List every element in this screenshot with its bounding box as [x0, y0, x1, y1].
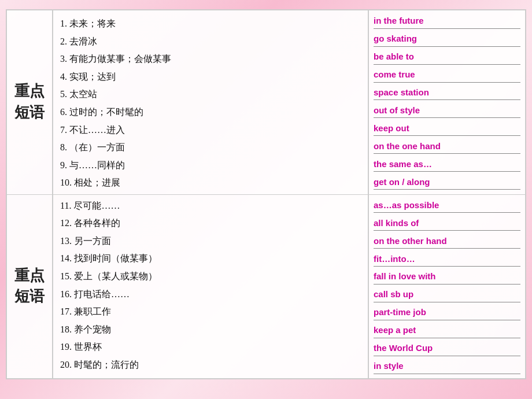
- chinese-section-2: 11. 尽可能……12. 各种各样的13. 另一方面14. 找到时间（做某事）1…: [53, 195, 368, 376]
- chinese-column: 1. 未来；将来2. 去滑冰3. 有能力做某事；会做某事4. 实现；达到5. 太…: [53, 10, 369, 378]
- chinese-item-1: 1. 未来；将来: [60, 17, 361, 31]
- chinese-item-10: 10. 相处；进展: [60, 176, 361, 190]
- english-item-19: the World Cup: [374, 342, 520, 356]
- main-content: 重点短语 重点短语 1. 未来；将来2. 去滑冰3. 有能力做某事；会做某事4.…: [6, 9, 526, 379]
- chinese-item-5: 5. 太空站: [60, 87, 361, 101]
- english-item-10: get on / along: [374, 176, 520, 190]
- chinese-item-12: 12. 各种各样的: [60, 216, 361, 230]
- english-item-14: fit…into…: [374, 253, 520, 267]
- label-text-1: 重点短语: [14, 81, 45, 123]
- english-item-3: be able to: [374, 50, 520, 65]
- english-column: in the futurego skatingbe able tocome tr…: [369, 10, 525, 378]
- chinese-item-20: 20. 时髦的；流行的: [60, 358, 361, 372]
- english-item-4: come true: [374, 68, 520, 83]
- label-column: 重点短语 重点短语: [7, 10, 53, 378]
- english-item-1: in the future: [374, 14, 520, 29]
- chinese-item-9: 9. 与……同样的: [60, 158, 361, 172]
- chinese-item-3: 3. 有能力做某事；会做某事: [60, 52, 361, 66]
- chinese-item-8: 8. （在）一方面: [60, 141, 361, 154]
- chinese-item-4: 4. 实现；达到: [60, 70, 361, 84]
- chinese-item-15: 15. 爱上（某人或某物）: [60, 269, 361, 283]
- english-section-1: in the futurego skatingbe able tocome tr…: [369, 10, 525, 195]
- english-item-16: call sb up: [374, 288, 520, 302]
- label-block-1: 重点短语: [7, 10, 52, 195]
- english-item-8: on the one hand: [374, 140, 520, 154]
- label-text-2: 重点短语: [14, 265, 45, 308]
- english-item-15: fall in love with: [374, 270, 520, 285]
- english-item-17: part-time job: [374, 306, 520, 320]
- label-block-2: 重点短语: [7, 195, 52, 379]
- chinese-item-19: 19. 世界杯: [60, 340, 361, 354]
- chinese-item-2: 2. 去滑冰: [60, 35, 361, 49]
- chinese-item-18: 18. 养个宠物: [60, 323, 361, 337]
- header: [0, 0, 532, 7]
- english-item-5: space station: [374, 86, 520, 101]
- chinese-item-14: 14. 找到时间（做某事）: [60, 252, 361, 265]
- chinese-item-11: 11. 尽可能……: [60, 199, 361, 213]
- english-item-12: all kinds of: [374, 217, 520, 231]
- english-item-13: on the other hand: [374, 235, 520, 249]
- chinese-item-13: 13. 另一方面: [60, 234, 361, 248]
- chinese-item-16: 16. 打电话给……: [60, 287, 361, 301]
- english-item-2: go skating: [374, 32, 520, 47]
- english-section-2: as…as possibleall kinds ofon the other h…: [369, 195, 525, 379]
- chinese-item-17: 17. 兼职工作: [60, 305, 361, 319]
- chinese-section-1: 1. 未来；将来2. 去滑冰3. 有能力做某事；会做某事4. 实现；达到5. 太…: [53, 13, 368, 195]
- chinese-item-6: 6. 过时的；不时髦的: [60, 105, 361, 119]
- english-item-18: keep a pet: [374, 324, 520, 338]
- chinese-item-7: 7. 不让……进入: [60, 123, 361, 137]
- english-item-20: in style: [374, 360, 520, 374]
- english-item-11: as…as possible: [374, 199, 520, 213]
- english-item-7: keep out: [374, 122, 520, 136]
- english-item-6: out of style: [374, 104, 520, 119]
- english-item-9: the same as…: [374, 158, 520, 172]
